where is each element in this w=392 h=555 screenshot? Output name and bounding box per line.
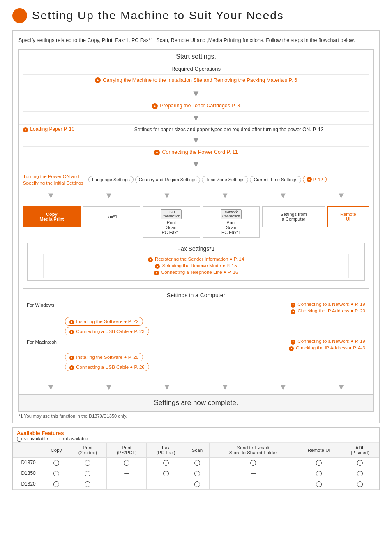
fax-box: Fax*1 (83, 206, 141, 227)
windows-links: ● Connecting to a Network ● P. 19 ● Chec… (65, 302, 365, 335)
win-connect-link[interactable]: ● Connecting to a Network ● P. 19 (65, 302, 365, 308)
turning-power-label: Turning the Power ON andSpecifying the I… (23, 173, 87, 186)
d1350-copy (44, 468, 69, 479)
bottom-arrow-1: ▼ (23, 382, 78, 392)
circle-sym (194, 471, 200, 476)
loading-paper-link[interactable]: ● Loading Paper P. 10 (23, 126, 74, 132)
loading-paper-row: ● Loading Paper P. 10 Settings for paper… (19, 124, 373, 134)
dash-sym: — (124, 470, 129, 476)
windows-top-links: ● Connecting to a Network ● P. 19 ● Chec… (65, 302, 365, 316)
d1370-send (210, 458, 297, 468)
mac-ip-link[interactable]: ● Checking the IP Address ● P. A-3 (65, 345, 365, 353)
circle-sym (316, 471, 322, 476)
net-conn-badge: NetworkConnection (221, 209, 242, 219)
pill-language[interactable]: Language Settings (88, 176, 134, 183)
bottom-arrow-3: ▼ (139, 382, 195, 392)
circle-sym (163, 460, 169, 466)
table-row: D1320 — — — (13, 479, 379, 489)
flowchart: Start settings. Required Operations ● Ca… (18, 49, 374, 412)
toner-link[interactable]: ● Preparing the Toner Cartridges P. 8 (25, 102, 367, 110)
circle-sym (85, 481, 90, 487)
pill-timezone[interactable]: Time Zone Settings (202, 176, 248, 183)
arrow3: ▼ (19, 134, 373, 146)
d1350-fax (147, 468, 185, 479)
pill-time[interactable]: Current Time Settings (250, 176, 301, 183)
page-title: Setting Up the Machine to Suit Your Need… (32, 9, 284, 22)
circle-sym (194, 460, 200, 466)
arrow4: ▼ (19, 158, 373, 171)
d1370-fax (147, 458, 185, 468)
circle-sym (163, 471, 169, 476)
d1370-printPS (106, 458, 147, 468)
model-d1320: D1320 (13, 479, 44, 489)
win-ip-link[interactable]: ● Checking the IP Address ● P. 20 (65, 308, 365, 316)
carrying-link-row: ● Carrying the Machine to the Installati… (23, 74, 369, 86)
power-cord-link[interactable]: ● Connecting the Power Cord P. 11 (25, 148, 367, 157)
circle-legend: ○: available (17, 436, 48, 442)
win-usb-link[interactable]: ● Connecting a USB Cable ● P. 23 (69, 329, 145, 334)
win-install-link[interactable]: ● Installing the Software ● P. 22 (69, 319, 138, 324)
big-arrow-4: ▼ (197, 191, 253, 200)
mac-connect-link[interactable]: ● Connecting to a Network ● P. 19 (65, 339, 365, 345)
th-remote: Remote UI (297, 443, 341, 458)
settings-from-box: Settings froma Computer (262, 206, 325, 227)
big-arrow-6: ▼ (314, 191, 369, 200)
copy-media-print-box: CopyMedia Print (23, 206, 81, 227)
d1370-print2 (69, 458, 106, 468)
loading-paper-right: Settings for paper sizes and paper types… (89, 127, 369, 132)
bottom-arrow-2: ▼ (81, 382, 136, 392)
fax-link-3[interactable]: ● Connecting a Telephone Line ● P. 16 (46, 269, 346, 276)
d1320-adf (341, 479, 379, 489)
pill-p12[interactable]: ● P. 12 (303, 176, 327, 183)
d1320-send: — (210, 479, 297, 489)
net-print-scan-box: NetworkConnection PrintScanPC Fax*1 (203, 206, 260, 238)
bottom-arrow-5: ▼ (255, 382, 311, 392)
circle-sym (53, 471, 59, 476)
circle-sym (250, 460, 256, 466)
mac-install-box: ● Installing the Software ● P. 25 (65, 353, 143, 361)
bottom-arrow-4: ▼ (197, 382, 253, 392)
th-send: Send to E-mail/Store to Shared Folder (210, 443, 297, 458)
circle-icon (17, 437, 22, 442)
print-scan-net-label: PrintScanPC Fax*1 (221, 220, 241, 235)
win-connect-icon: ● (291, 303, 295, 308)
fax-link-1[interactable]: ● Registering the Sender Information ● P… (46, 256, 346, 263)
macintosh-block: For Macintosh ● Connecting to a Network … (27, 339, 365, 371)
dash-sym: — (251, 481, 256, 487)
fax-link3-icon: ● (154, 271, 159, 275)
description-text: Specify settings related to the Copy, Pr… (18, 37, 374, 44)
dash-sym: — (164, 481, 168, 487)
win-ip-icon: ● (291, 309, 295, 314)
carrying-link[interactable]: ● Carrying the Machine to the Installati… (25, 76, 367, 85)
dash-sym: — (251, 470, 256, 476)
model-d1350: D1350 (13, 468, 44, 479)
print-scan-usb-label: PrintScanPC Fax*1 (161, 220, 181, 235)
th-scan: Scan (185, 443, 210, 458)
fax-settings-wrapper: Fax Settings*1 ● Registering the Sender … (19, 238, 373, 286)
start-label: Start settings. (19, 50, 373, 64)
main-content-box: Specify settings related to the Copy, Pr… (12, 30, 380, 423)
available-features-title: Available Features (17, 430, 375, 436)
th-copy: Copy (44, 443, 69, 458)
d1350-scan (185, 468, 210, 479)
windows-label: For Windows (27, 302, 62, 335)
bottom-arrow-6: ▼ (314, 382, 369, 392)
d1320-scan (185, 479, 210, 489)
d1350-send: — (210, 468, 297, 479)
mac-install-link[interactable]: ● Installing the Software ● P. 25 (69, 355, 138, 360)
mac-usb-box: ● Connecting a USB Cable ● P. 26 (65, 363, 149, 371)
carrying-circle-icon: ● (95, 77, 101, 83)
th-adf: ADF(2-sided) (341, 443, 379, 458)
win-usb-icon: ● (69, 330, 74, 334)
turning-power-row: Turning the Power ON andSpecifying the I… (19, 171, 373, 188)
pill-country[interactable]: Country and Region Settings (135, 176, 201, 183)
circle-sym (194, 481, 200, 487)
required-ops-label: Required Operations (19, 64, 373, 73)
mac-usb-link[interactable]: ● Connecting a USB Cable ● P. 26 (69, 365, 145, 370)
fax-link-2[interactable]: ● Selecting the Receive Mode ● P. 15 (46, 263, 346, 269)
function-boxes-wrapper: CopyMedia Print Fax*1 USBConnection Prin… (19, 203, 373, 238)
d1350-adf (341, 468, 379, 479)
big-arrow-1: ▼ (23, 191, 78, 200)
computer-settings-section: Settings in a Computer For Windows ● Con… (23, 288, 369, 378)
remote-ui-box: RemoteUI (327, 206, 369, 227)
